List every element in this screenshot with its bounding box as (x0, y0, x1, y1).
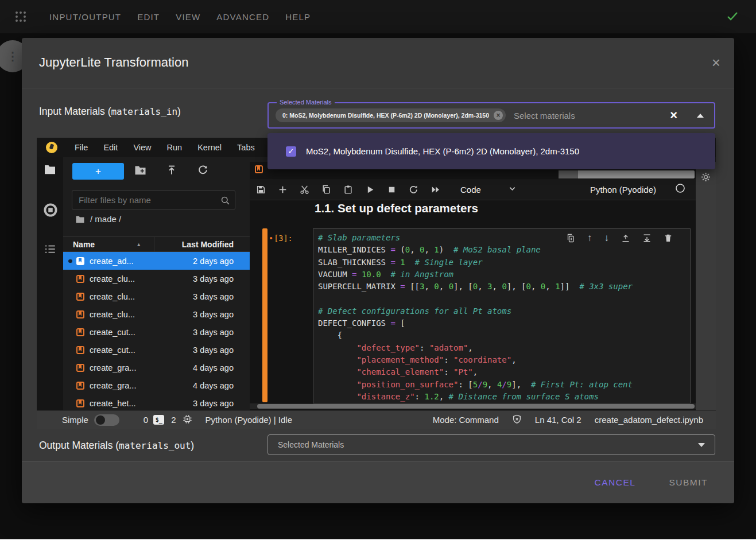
file-modified: 4 days ago (193, 363, 250, 372)
table-of-contents-icon[interactable] (44, 243, 56, 257)
cell-type-select[interactable]: Code (460, 185, 481, 195)
cursor-position[interactable]: Ln 41, Col 2 (535, 415, 581, 425)
simple-mode-toggle[interactable] (94, 414, 119, 426)
move-cell-up-button[interactable]: ↑ (587, 234, 592, 243)
add-cell-button[interactable] (278, 185, 288, 195)
kernel-name-button[interactable]: Python (Pyodide) (590, 185, 656, 195)
running-sessions-icon[interactable] (44, 203, 57, 219)
terminal-icon: $_ (153, 415, 164, 425)
file-name: create_clu... (90, 292, 135, 301)
paste-cells-button[interactable] (343, 185, 353, 195)
stop-button[interactable] (387, 185, 397, 195)
material-chip[interactable]: 0: MoS2, Molybdenum Disulfide, HEX (P-6m… (276, 108, 506, 122)
sort-asc-icon: ▲ (136, 242, 141, 247)
move-cell-down-button[interactable]: ↓ (604, 234, 610, 243)
file-row[interactable]: create_gra... 4 days ago (63, 359, 250, 376)
file-row[interactable]: create_clu... 3 days ago (63, 288, 250, 305)
collapse-caret-icon[interactable] (697, 114, 704, 118)
cut-cells-button[interactable] (300, 185, 309, 195)
file-modified: 3 days ago (193, 345, 250, 355)
notebook-panel: Code Python (Pyodide) 1.1. Set up defect… (250, 162, 696, 410)
cell-collapser[interactable] (262, 228, 267, 402)
jupyter-menu-item[interactable]: Tabs (237, 143, 255, 152)
menubar-item[interactable]: ADVANCED (216, 12, 269, 22)
status-bar: Simple 0 $_ 2 Python (Pyodide) | Idle Mo… (37, 410, 716, 429)
notebook-content: 1.1. Set up defect parameters •[3]: # Sl… (250, 200, 696, 403)
menubar-item[interactable]: INPUT/OUTPUT (49, 12, 121, 22)
jupyter-menu-item[interactable]: Edit (103, 143, 118, 152)
name-column-header[interactable]: Name (63, 240, 95, 249)
check-icon[interactable] (725, 9, 740, 26)
submit-button[interactable]: SUBMIT (669, 477, 708, 488)
notebook-file-icon (76, 328, 84, 336)
file-row[interactable]: create_ad... 2 days ago (63, 252, 250, 270)
file-row[interactable]: create_cut... 3 days ago (63, 323, 250, 341)
dropdown-caret-icon (698, 443, 705, 447)
output-materials-select[interactable]: Selected Materials (267, 434, 715, 455)
horizontal-scrollbar[interactable] (250, 403, 696, 409)
insert-cell-below-button[interactable] (642, 234, 652, 243)
notebook-file-icon (76, 364, 84, 372)
file-modified: 2 days ago (193, 257, 250, 266)
notebook-file-icon (76, 275, 84, 283)
run-all-button[interactable] (431, 185, 440, 195)
upload-icon[interactable] (166, 165, 177, 178)
dialog-header: JupyterLite Transformation × (22, 38, 734, 88)
modified-column-header[interactable]: Last Modified (154, 236, 250, 252)
notebook-filename: create_adatom_defect.ipynb (595, 415, 703, 425)
new-launcher-button[interactable]: + (72, 163, 124, 180)
jupyterlite-widget: FileEditViewRunKernelTabsS + (37, 138, 716, 429)
checkbox-checked-icon[interactable]: ✓ (286, 146, 296, 157)
kernel-status-icon (675, 183, 685, 196)
filter-input[interactable] (72, 191, 235, 209)
file-name: create_het... (90, 399, 136, 408)
refresh-icon[interactable] (197, 165, 208, 178)
file-list: create_ad... 2 days ago create_clu... 3 … (63, 252, 250, 410)
jupyter-menu-item[interactable]: File (75, 143, 88, 152)
file-row[interactable]: create_clu... 3 days ago (63, 270, 250, 288)
file-modified: 3 days ago (193, 310, 250, 319)
insert-cell-above-button[interactable] (621, 234, 630, 243)
menubar-item[interactable]: VIEW (176, 12, 200, 22)
clear-selection-icon[interactable]: × (670, 109, 677, 122)
file-modified: 3 days ago (193, 328, 250, 337)
tabbar-scrollbar[interactable] (559, 170, 695, 178)
gear-icon[interactable] (701, 172, 711, 184)
mode-indicator[interactable]: Mode: Command (433, 415, 499, 425)
menubar-item[interactable]: HELP (285, 12, 311, 22)
file-name: create_ad... (90, 257, 134, 266)
breadcrumb[interactable]: / made / (75, 214, 121, 224)
screen: INPUT/OUTPUTEDITVIEWADVANCEDHELP ⋮ Jupyt… (0, 0, 756, 540)
file-row[interactable]: create_gra... 4 days ago (63, 376, 250, 394)
restart-kernel-button[interactable] (409, 185, 418, 195)
materials-select-field[interactable]: Selected Materials 0: MoS2, Molybdenum D… (267, 102, 715, 129)
app-grid-icon[interactable] (14, 10, 28, 26)
kernel-status-text[interactable]: Python (Pyodide) | Idle (206, 415, 292, 425)
save-button[interactable] (256, 185, 266, 195)
chevron-down-icon[interactable] (508, 184, 517, 195)
material-option[interactable]: ✓ MoS2, Molybdenum Disulfide, HEX (P-6m2… (267, 137, 715, 165)
new-folder-icon[interactable] (134, 165, 146, 177)
dialog-footer: CANCEL SUBMIT (22, 461, 734, 503)
files-tab-folder-icon[interactable] (44, 164, 56, 177)
file-row[interactable]: create_het... 3 days ago (63, 394, 250, 410)
code-editor[interactable]: # Slab parametersMILLER_INDICES = (0, 0,… (313, 228, 691, 403)
run-button[interactable] (365, 185, 375, 195)
notebook-file-icon (76, 346, 84, 354)
file-name: create_clu... (90, 274, 135, 283)
kernel-count: 2 (171, 415, 176, 425)
jupyter-menu-item[interactable]: Kernel (197, 143, 222, 152)
notebook-file-icon (76, 293, 84, 301)
jupyter-menu-item[interactable]: View (133, 143, 151, 152)
close-icon[interactable]: × (712, 54, 720, 72)
cancel-button[interactable]: CANCEL (595, 477, 636, 488)
menubar-item[interactable]: EDIT (137, 12, 160, 22)
file-row[interactable]: create_clu... 3 days ago (63, 305, 250, 323)
file-row[interactable]: create_cut... 3 days ago (63, 341, 250, 359)
duplicate-cell-button[interactable] (566, 234, 575, 243)
jupyter-menu-item[interactable]: Run (167, 143, 183, 152)
notebook-file-icon (76, 310, 84, 318)
chip-delete-icon[interactable]: × (494, 111, 503, 120)
copy-cells-button[interactable] (321, 185, 331, 195)
delete-cell-button[interactable] (664, 234, 673, 243)
